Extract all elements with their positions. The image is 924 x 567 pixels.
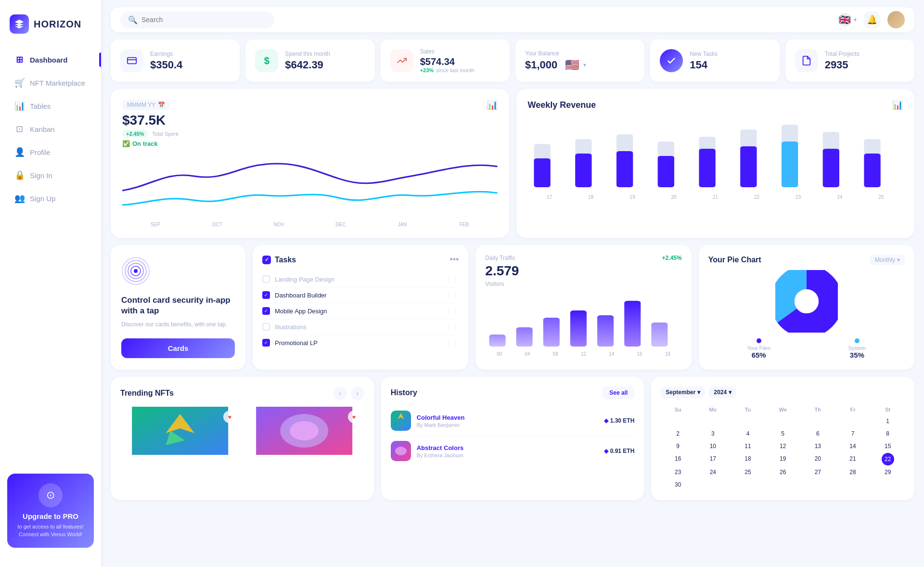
sidebar-item-tables[interactable]: 📊 Tables — [5, 95, 96, 116]
cal-day[interactable] — [836, 415, 870, 427]
cal-day[interactable] — [696, 415, 730, 427]
cal-day[interactable]: 21 — [836, 453, 870, 465]
cal-day[interactable] — [801, 415, 835, 427]
task-checkbox-1[interactable] — [262, 275, 270, 283]
cal-day[interactable]: 10 — [696, 440, 730, 452]
pie-header: Your Pie Chart Monthly ▾ — [708, 255, 905, 265]
header: 🔍 🇬🇧 ▾ 🔔 — [111, 7, 914, 32]
see-all-button[interactable]: See all — [603, 387, 634, 399]
cal-day[interactable] — [696, 479, 730, 490]
cards-button[interactable]: Cards — [121, 338, 235, 358]
weekly-revenue-title: Weekly Revenue — [528, 100, 596, 110]
task-drag-2[interactable]: ⋮⋮ — [445, 291, 459, 299]
cal-day[interactable]: 8 — [871, 428, 905, 439]
search-input[interactable] — [141, 16, 267, 24]
cal-day[interactable] — [731, 479, 765, 490]
cal-day[interactable]: 27 — [801, 466, 835, 478]
cal-day[interactable]: 20 — [801, 453, 835, 465]
nft-heart-2[interactable]: ♥ — [348, 411, 360, 423]
sidebar-item-label: Sign In — [30, 171, 52, 180]
total-spent-label: Total Spent — [152, 131, 179, 137]
cal-day[interactable]: 26 — [766, 466, 800, 478]
cal-day[interactable] — [766, 415, 800, 427]
task-checkbox-3[interactable]: ✓ — [262, 307, 270, 315]
tasks-menu-btn[interactable]: ••• — [449, 255, 459, 265]
cal-day[interactable]: 14 — [836, 440, 870, 452]
sales-info: Sales $574.34 +23% since last month — [420, 48, 475, 73]
cal-day[interactable]: 6 — [801, 428, 835, 439]
nft-prev-button[interactable]: ‹ — [334, 387, 347, 400]
cal-day[interactable]: 13 — [801, 440, 835, 452]
pie-chart-visual — [708, 270, 905, 333]
logo: HORIZON — [0, 10, 101, 48]
task-checkbox-5[interactable]: ✓ — [262, 339, 270, 347]
cal-day[interactable]: 30 — [661, 479, 695, 490]
search-box[interactable]: 🔍 — [120, 12, 274, 28]
task-checkbox-2[interactable]: ✓ — [262, 291, 270, 299]
cal-day[interactable] — [731, 415, 765, 427]
cal-day[interactable] — [766, 479, 800, 490]
task-drag-4[interactable]: ⋮⋮ — [445, 323, 459, 331]
nft-title: Trending NFTs — [120, 389, 174, 398]
month-selector[interactable]: September ▾ — [661, 387, 705, 398]
cal-day[interactable]: 5 — [766, 428, 800, 439]
cal-day[interactable] — [836, 479, 870, 490]
cal-day[interactable]: 23 — [661, 466, 695, 478]
cal-day[interactable]: 19 — [766, 453, 800, 465]
cal-day[interactable]: 4 — [731, 428, 765, 439]
sidebar-item-nft[interactable]: 🛒 NFT Marketplace — [5, 72, 96, 93]
cal-day[interactable]: 18 — [731, 453, 765, 465]
svg-rect-15 — [781, 142, 797, 187]
cal-day[interactable]: 1 — [871, 415, 905, 427]
cal-day[interactable]: 15 — [871, 440, 905, 452]
cal-day-today[interactable]: 22 — [882, 453, 894, 465]
spend-x-labels: SEP OCT NOV DEC JAN FEB — [122, 222, 498, 227]
cal-day[interactable]: 3 — [696, 428, 730, 439]
year-selector[interactable]: 2024 ▾ — [709, 387, 736, 398]
pie-period-selector[interactable]: Monthly ▾ — [870, 255, 905, 265]
cal-day[interactable]: 25 — [731, 466, 765, 478]
cal-day[interactable]: 29 — [871, 466, 905, 478]
date-picker[interactable]: MMMM YY 📅 — [122, 100, 170, 110]
cal-day[interactable]: 9 — [661, 440, 695, 452]
sidebar-item-profile[interactable]: 👤 Profile — [5, 142, 96, 163]
spend-info: Spend this month $642.39 — [285, 51, 330, 71]
cal-day[interactable]: 28 — [836, 466, 870, 478]
sidebar-item-kanban[interactable]: ⊡ Kanban — [5, 118, 96, 140]
cal-day[interactable]: 16 — [661, 453, 695, 465]
svg-point-40 — [290, 421, 319, 440]
nft-header: Trending NFTs ‹ › — [120, 387, 364, 400]
cal-day[interactable]: 2 — [661, 428, 695, 439]
nft-next-button[interactable]: › — [351, 387, 364, 400]
cal-day[interactable]: 17 — [696, 453, 730, 465]
history-author-1: By Mark Benjamin — [417, 422, 598, 428]
main-content: 🔍 🇬🇧 ▾ 🔔 Earnings $350.4 $ Spend — [101, 0, 924, 567]
upgrade-title: Upgrade to PRO — [14, 512, 87, 520]
cal-day[interactable]: 7 — [836, 428, 870, 439]
cal-day[interactable] — [801, 479, 835, 490]
projects-icon — [795, 49, 818, 72]
notification-button[interactable]: 🔔 — [864, 12, 880, 28]
task-label-4: Illustrations — [275, 323, 440, 331]
balance-dropdown[interactable]: ▾ — [583, 62, 586, 68]
cal-day[interactable]: 12 — [766, 440, 800, 452]
cal-day[interactable]: 24 — [696, 466, 730, 478]
task-checkbox-4[interactable] — [262, 323, 270, 331]
task-drag-3[interactable]: ⋮⋮ — [445, 307, 459, 315]
cal-day[interactable] — [871, 479, 905, 490]
chart-icon-btn[interactable]: 📊 — [487, 100, 498, 110]
sidebar-item-signin[interactable]: 🔒 Sign In — [5, 165, 96, 186]
projects-value: 2935 — [825, 59, 860, 71]
sidebar-item-dashboard[interactable]: ⊞ Dashboard — [5, 49, 96, 70]
sidebar-item-signup[interactable]: 👥 Sign Up — [5, 188, 96, 209]
svg-point-34 — [795, 289, 819, 313]
task-drag-5[interactable]: ⋮⋮ — [445, 339, 459, 347]
history-item-2: Abstract Colors By Esthera Jackson ◆ 0.9… — [391, 436, 635, 466]
user-avatar[interactable] — [887, 11, 905, 28]
check-circle-icon: ✅ — [122, 140, 130, 147]
cal-day[interactable] — [661, 415, 695, 427]
language-selector[interactable]: 🇬🇧 ▾ — [838, 13, 857, 26]
revenue-chart-icon[interactable]: 📊 — [892, 100, 903, 110]
task-drag-1[interactable]: ⋮⋮ — [445, 275, 459, 283]
cal-day[interactable]: 11 — [731, 440, 765, 452]
